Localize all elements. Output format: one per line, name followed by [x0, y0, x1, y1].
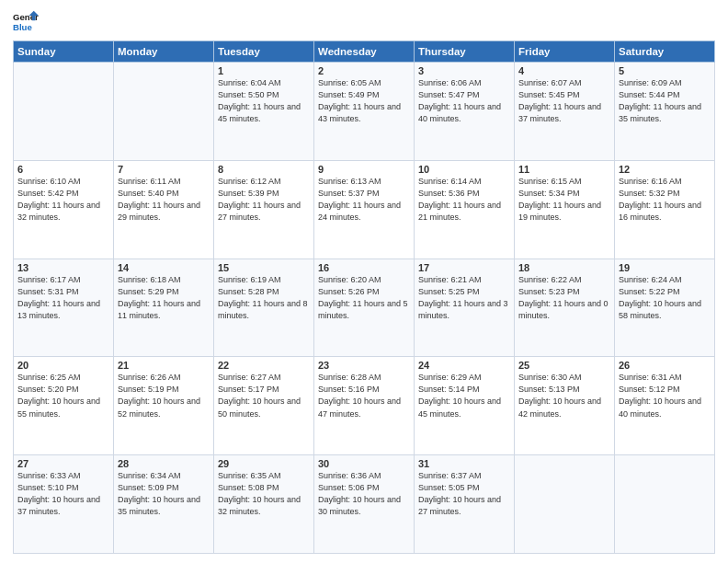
day-number: 19 — [619, 262, 711, 273]
day-number: 15 — [218, 262, 310, 273]
day-info: Sunrise: 6:30 AM Sunset: 5:13 PM Dayligh… — [518, 372, 610, 419]
day-number: 29 — [218, 458, 310, 469]
calendar-cell: 16Sunrise: 6:20 AM Sunset: 5:26 PM Dayli… — [314, 259, 415, 357]
calendar-cell: 5Sunrise: 6:09 AM Sunset: 5:44 PM Daylig… — [615, 63, 715, 161]
day-number: 25 — [518, 360, 610, 371]
calendar-cell: 9Sunrise: 6:13 AM Sunset: 5:37 PM Daylig… — [314, 160, 415, 259]
calendar-cell: 26Sunrise: 6:31 AM Sunset: 5:12 PM Dayli… — [615, 357, 715, 455]
calendar-cell — [114, 63, 214, 161]
day-info: Sunrise: 6:22 AM Sunset: 5:23 PM Dayligh… — [518, 274, 610, 322]
calendar-cell: 21Sunrise: 6:26 AM Sunset: 5:19 PM Dayli… — [114, 357, 214, 455]
calendar-cell: 20Sunrise: 6:25 AM Sunset: 5:20 PM Dayli… — [14, 357, 114, 455]
day-number: 30 — [318, 458, 410, 469]
day-number: 3 — [418, 65, 510, 76]
week-row-4: 20Sunrise: 6:25 AM Sunset: 5:20 PM Dayli… — [14, 357, 715, 455]
calendar-cell: 18Sunrise: 6:22 AM Sunset: 5:23 PM Dayli… — [515, 259, 615, 357]
weekday-header-wednesday: Wednesday — [314, 41, 415, 63]
weekday-header-sunday: Sunday — [14, 41, 114, 63]
day-number: 13 — [17, 262, 109, 273]
header: General Blue — [13, 9, 715, 35]
day-number: 14 — [118, 262, 210, 273]
day-info: Sunrise: 6:15 AM Sunset: 5:34 PM Dayligh… — [518, 176, 610, 224]
week-row-5: 27Sunrise: 6:33 AM Sunset: 5:10 PM Dayli… — [14, 455, 715, 554]
day-number: 10 — [418, 164, 510, 175]
calendar-cell: 31Sunrise: 6:37 AM Sunset: 5:05 PM Dayli… — [415, 455, 515, 554]
day-info: Sunrise: 6:09 AM Sunset: 5:44 PM Dayligh… — [619, 77, 711, 125]
calendar-cell: 22Sunrise: 6:27 AM Sunset: 5:17 PM Dayli… — [214, 357, 314, 455]
day-number: 1 — [218, 65, 310, 76]
calendar-cell: 19Sunrise: 6:24 AM Sunset: 5:22 PM Dayli… — [615, 259, 715, 357]
day-info: Sunrise: 6:07 AM Sunset: 5:45 PM Dayligh… — [518, 77, 610, 125]
calendar-cell: 27Sunrise: 6:33 AM Sunset: 5:10 PM Dayli… — [14, 455, 114, 554]
calendar-cell — [14, 63, 114, 161]
day-info: Sunrise: 6:27 AM Sunset: 5:17 PM Dayligh… — [218, 372, 310, 419]
day-info: Sunrise: 6:17 AM Sunset: 5:31 PM Dayligh… — [17, 274, 109, 322]
day-number: 23 — [318, 360, 410, 371]
day-number: 17 — [418, 262, 510, 273]
calendar-cell: 4Sunrise: 6:07 AM Sunset: 5:45 PM Daylig… — [515, 63, 615, 161]
day-number: 16 — [318, 262, 410, 273]
day-info: Sunrise: 6:20 AM Sunset: 5:26 PM Dayligh… — [318, 274, 410, 322]
week-row-3: 13Sunrise: 6:17 AM Sunset: 5:31 PM Dayli… — [14, 259, 715, 357]
day-info: Sunrise: 6:21 AM Sunset: 5:25 PM Dayligh… — [418, 274, 510, 322]
day-info: Sunrise: 6:19 AM Sunset: 5:28 PM Dayligh… — [218, 274, 310, 322]
calendar-cell: 11Sunrise: 6:15 AM Sunset: 5:34 PM Dayli… — [515, 160, 615, 259]
day-info: Sunrise: 6:34 AM Sunset: 5:09 PM Dayligh… — [118, 470, 210, 518]
day-number: 5 — [619, 65, 711, 76]
day-number: 12 — [619, 164, 711, 175]
weekday-header-thursday: Thursday — [415, 41, 515, 63]
calendar-cell: 25Sunrise: 6:30 AM Sunset: 5:13 PM Dayli… — [515, 357, 615, 455]
calendar-cell: 15Sunrise: 6:19 AM Sunset: 5:28 PM Dayli… — [214, 259, 314, 357]
day-info: Sunrise: 6:31 AM Sunset: 5:12 PM Dayligh… — [619, 372, 711, 419]
weekday-header-friday: Friday — [515, 41, 615, 63]
day-info: Sunrise: 6:28 AM Sunset: 5:16 PM Dayligh… — [318, 372, 410, 419]
day-info: Sunrise: 6:36 AM Sunset: 5:06 PM Dayligh… — [318, 470, 410, 518]
day-info: Sunrise: 6:18 AM Sunset: 5:29 PM Dayligh… — [118, 274, 210, 322]
weekday-header-tuesday: Tuesday — [214, 41, 314, 63]
calendar-cell: 28Sunrise: 6:34 AM Sunset: 5:09 PM Dayli… — [114, 455, 214, 554]
day-number: 4 — [518, 65, 610, 76]
calendar-cell: 7Sunrise: 6:11 AM Sunset: 5:40 PM Daylig… — [114, 160, 214, 259]
weekday-header-saturday: Saturday — [615, 41, 715, 63]
day-number: 26 — [619, 360, 711, 371]
day-number: 6 — [17, 164, 109, 175]
logo-icon: General Blue — [13, 9, 39, 35]
day-number: 21 — [118, 360, 210, 371]
week-row-2: 6Sunrise: 6:10 AM Sunset: 5:42 PM Daylig… — [14, 160, 715, 259]
day-info: Sunrise: 6:26 AM Sunset: 5:19 PM Dayligh… — [118, 372, 210, 419]
page: General Blue SundayMondayTuesdayWednesda… — [0, 0, 728, 563]
day-info: Sunrise: 6:04 AM Sunset: 5:50 PM Dayligh… — [218, 77, 310, 125]
day-info: Sunrise: 6:24 AM Sunset: 5:22 PM Dayligh… — [619, 274, 711, 322]
calendar-cell: 17Sunrise: 6:21 AM Sunset: 5:25 PM Dayli… — [415, 259, 515, 357]
day-number: 22 — [218, 360, 310, 371]
day-info: Sunrise: 6:33 AM Sunset: 5:10 PM Dayligh… — [17, 470, 109, 518]
day-info: Sunrise: 6:13 AM Sunset: 5:37 PM Dayligh… — [318, 176, 410, 224]
calendar-cell: 8Sunrise: 6:12 AM Sunset: 5:39 PM Daylig… — [214, 160, 314, 259]
calendar-cell: 24Sunrise: 6:29 AM Sunset: 5:14 PM Dayli… — [415, 357, 515, 455]
day-number: 24 — [418, 360, 510, 371]
day-number: 9 — [318, 164, 410, 175]
day-info: Sunrise: 6:29 AM Sunset: 5:14 PM Dayligh… — [418, 372, 510, 419]
calendar-table: SundayMondayTuesdayWednesdayThursdayFrid… — [13, 40, 715, 554]
day-number: 8 — [218, 164, 310, 175]
day-info: Sunrise: 6:37 AM Sunset: 5:05 PM Dayligh… — [418, 470, 510, 518]
calendar-cell: 29Sunrise: 6:35 AM Sunset: 5:08 PM Dayli… — [214, 455, 314, 554]
calendar-cell: 14Sunrise: 6:18 AM Sunset: 5:29 PM Dayli… — [114, 259, 214, 357]
day-number: 18 — [518, 262, 610, 273]
weekday-header-row: SundayMondayTuesdayWednesdayThursdayFrid… — [14, 41, 715, 63]
calendar-cell — [615, 455, 715, 554]
logo: General Blue — [13, 9, 39, 35]
day-info: Sunrise: 6:10 AM Sunset: 5:42 PM Dayligh… — [17, 176, 109, 224]
day-number: 2 — [318, 65, 410, 76]
day-number: 11 — [518, 164, 610, 175]
calendar-cell: 12Sunrise: 6:16 AM Sunset: 5:32 PM Dayli… — [615, 160, 715, 259]
day-number: 7 — [118, 164, 210, 175]
day-info: Sunrise: 6:12 AM Sunset: 5:39 PM Dayligh… — [218, 176, 310, 224]
day-info: Sunrise: 6:14 AM Sunset: 5:36 PM Dayligh… — [418, 176, 510, 224]
calendar-cell: 10Sunrise: 6:14 AM Sunset: 5:36 PM Dayli… — [415, 160, 515, 259]
day-number: 27 — [17, 458, 109, 469]
day-info: Sunrise: 6:11 AM Sunset: 5:40 PM Dayligh… — [118, 176, 210, 224]
calendar-cell: 1Sunrise: 6:04 AM Sunset: 5:50 PM Daylig… — [214, 63, 314, 161]
calendar-cell: 6Sunrise: 6:10 AM Sunset: 5:42 PM Daylig… — [14, 160, 114, 259]
day-info: Sunrise: 6:35 AM Sunset: 5:08 PM Dayligh… — [218, 470, 310, 518]
